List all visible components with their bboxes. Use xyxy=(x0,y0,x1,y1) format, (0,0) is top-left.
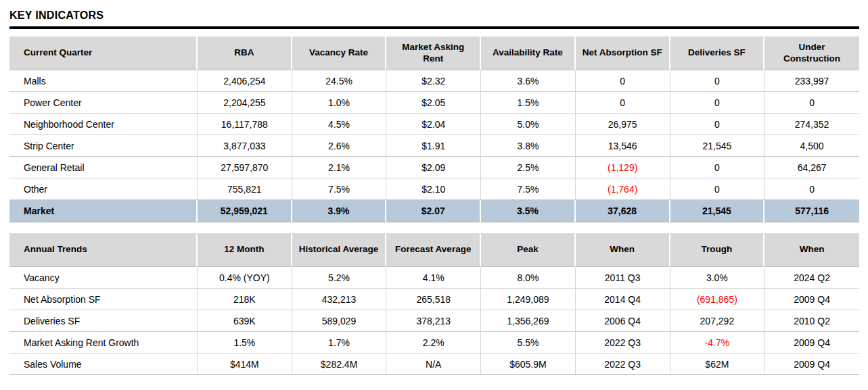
table-row: Power Center2,204,2551.0%$2.051.5%000 xyxy=(9,92,859,114)
data-cell: 0 xyxy=(670,157,765,178)
data-cell: 2009 Q4 xyxy=(764,354,859,375)
current-quarter-header-row: Current QuarterRBAVacancy RateMarket Ask… xyxy=(9,36,859,70)
row-label: Sales Volume xyxy=(9,354,198,375)
data-cell: 0 xyxy=(576,70,670,92)
data-cell: 2009 Q4 xyxy=(764,289,859,310)
data-cell: 3.8% xyxy=(481,135,576,157)
data-cell: 5.5% xyxy=(481,332,576,354)
row-label: Net Absorption SF xyxy=(9,289,198,310)
data-cell: 2.6% xyxy=(292,135,387,157)
data-cell: 52,959,021 xyxy=(198,200,292,222)
data-cell: 0 xyxy=(576,92,670,114)
data-cell: 4.1% xyxy=(386,267,481,289)
data-cell: 1,356,269 xyxy=(481,310,576,332)
data-cell: $414M xyxy=(198,354,292,375)
data-cell: 21,545 xyxy=(670,200,765,222)
data-cell: 8.0% xyxy=(481,267,576,289)
table-row: Sales Volume$414M$282.4MN/A$605.9M2022 Q… xyxy=(9,354,859,375)
key-indicators-page: KEY INDICATORS Current QuarterRBAVacancy… xyxy=(0,0,868,390)
data-cell: 274,352 xyxy=(764,114,859,135)
table-row: Other755,8217.5%$2.107.5%(1,764)00 xyxy=(9,178,859,200)
data-cell: 432,213 xyxy=(292,289,387,310)
data-cell: $2.10 xyxy=(386,178,481,200)
data-cell: 2.2% xyxy=(386,332,481,354)
data-cell: 2011 Q3 xyxy=(576,267,670,289)
data-cell: 2009 Q4 xyxy=(764,332,859,354)
data-cell: 1,249,089 xyxy=(481,289,576,310)
data-cell: 3.5% xyxy=(481,200,576,222)
table-row: Neighborhood Center16,117,7884.5%$2.045.… xyxy=(9,114,859,135)
data-cell: 0 xyxy=(670,178,765,200)
row-label: Neighborhood Center xyxy=(9,114,198,135)
column-header: Peak xyxy=(481,233,576,267)
column-header: Availability Rate xyxy=(481,36,576,70)
data-cell: 2.1% xyxy=(292,157,387,178)
data-cell: 21,545 xyxy=(670,135,765,157)
table-title-header: Current Quarter xyxy=(9,36,198,70)
data-cell: 2022 Q3 xyxy=(576,354,670,375)
data-cell: (691,865) xyxy=(670,289,765,310)
data-cell: 64,267 xyxy=(764,157,859,178)
table-row: Deliveries SF639K589,029378,2131,356,269… xyxy=(9,310,859,332)
column-header: When xyxy=(764,233,859,267)
row-label: Other xyxy=(9,178,198,200)
data-cell: 639K xyxy=(198,310,292,332)
table-row: Market Asking Rent Growth1.5%1.7%2.2%5.5… xyxy=(9,332,859,354)
data-cell: $2.32 xyxy=(386,70,481,92)
column-header: Deliveries SF xyxy=(670,36,765,70)
data-cell: 2014 Q4 xyxy=(576,289,670,310)
row-label: Market Asking Rent Growth xyxy=(9,332,198,354)
data-cell: $2.07 xyxy=(386,200,481,222)
column-header: Trough xyxy=(670,233,765,267)
row-label: Deliveries SF xyxy=(9,310,198,332)
data-cell: 7.5% xyxy=(481,178,576,200)
data-cell: 218K xyxy=(198,289,292,310)
data-cell: 16,117,788 xyxy=(198,114,292,135)
row-label: Vacancy xyxy=(9,267,198,289)
table-gap xyxy=(9,222,859,233)
data-cell: 2006 Q4 xyxy=(576,310,670,332)
data-cell: 37,628 xyxy=(576,200,670,222)
data-cell: $282.4M xyxy=(292,354,387,375)
data-cell: $2.04 xyxy=(386,114,481,135)
data-cell: 207,292 xyxy=(670,310,765,332)
data-cell: 4,500 xyxy=(764,135,859,157)
data-cell: N/A xyxy=(386,354,481,375)
data-cell: 233,997 xyxy=(764,70,859,92)
title-divider xyxy=(9,26,859,29)
column-header: Vacancy Rate xyxy=(292,36,387,70)
column-header: Net Absorption SF xyxy=(576,36,670,70)
data-cell: 3.0% xyxy=(670,267,765,289)
data-cell: 0 xyxy=(670,70,765,92)
table-row: Vacancy0.4% (YOY)5.2%4.1%8.0%2011 Q33.0%… xyxy=(9,267,859,289)
data-cell: 0 xyxy=(764,178,859,200)
data-cell: (1,129) xyxy=(576,157,670,178)
data-cell: 0 xyxy=(670,114,765,135)
data-cell: $1.91 xyxy=(386,135,481,157)
row-label: Malls xyxy=(9,70,198,92)
table-row: General Retail27,597,8702.1%$2.092.5%(1,… xyxy=(9,157,859,178)
data-cell: -4.7% xyxy=(670,332,765,354)
data-cell: $2.09 xyxy=(386,157,481,178)
data-cell: 378,213 xyxy=(386,310,481,332)
data-cell: 5.2% xyxy=(292,267,387,289)
data-cell: 26,975 xyxy=(576,114,670,135)
annual-trends-header-row: Annual Trends12 MonthHistorical AverageF… xyxy=(9,233,859,267)
data-cell: 24.5% xyxy=(292,70,387,92)
column-header: When xyxy=(576,233,670,267)
data-cell: 589,029 xyxy=(292,310,387,332)
data-cell: $605.9M xyxy=(481,354,576,375)
column-header: RBA xyxy=(198,36,292,70)
data-cell: 2.5% xyxy=(481,157,576,178)
column-header: Historical Average xyxy=(292,233,387,267)
row-label: Strip Center xyxy=(9,135,198,157)
data-cell: (1,764) xyxy=(576,178,670,200)
table-row: Net Absorption SF218K432,213265,5181,249… xyxy=(9,289,859,310)
column-header: Market Asking Rent xyxy=(386,36,481,70)
data-cell: 1.5% xyxy=(481,92,576,114)
annual-trends-table: Annual Trends12 MonthHistorical AverageF… xyxy=(9,233,859,375)
table-row: Strip Center3,877,0332.6%$1.913.8%13,546… xyxy=(9,135,859,157)
data-cell: 2022 Q3 xyxy=(576,332,670,354)
data-cell: 1.5% xyxy=(198,332,292,354)
data-cell: 0.4% (YOY) xyxy=(198,267,292,289)
